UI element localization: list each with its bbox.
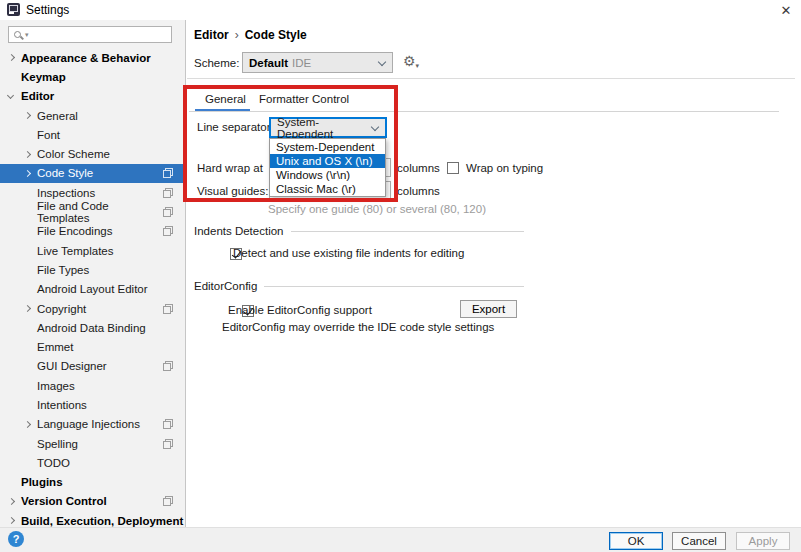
wrap-on-typing-label[interactable]: Wrap on typing [466,162,543,174]
shared-scheme-icon [163,207,173,217]
settings-sidebar: ▾ Appearance & BehaviorKeymapEditorGener… [0,20,186,527]
editorconfig-note: EditorConfig may override the IDE code s… [222,321,494,333]
sidebar-item-file-and-code-templates[interactable]: File and Code Templates [0,202,185,221]
sidebar-item-todo[interactable]: TODO [0,453,185,472]
chevron-right-icon[interactable] [8,517,15,524]
sidebar-item-images[interactable]: Images [0,376,185,395]
tabs-separator [189,111,779,112]
sidebar-item-label: File Types [37,264,89,276]
close-icon[interactable]: ✕ [777,2,795,19]
dropdown-option-classic-mac-r[interactable]: Classic Mac (\r) [270,182,385,196]
dropdown-option-windows-r-n[interactable]: Windows (\r\n) [270,168,385,182]
dropdown-option-unix-and-os-x-n[interactable]: Unix and OS X (\n) [270,154,385,168]
chevron-slot [8,55,21,60]
sidebar-item-live-templates[interactable]: Live Templates [0,241,185,260]
help-icon[interactable]: ? [8,531,24,547]
breadcrumb-code-style: Code Style [245,28,307,42]
sidebar-item-emmet[interactable]: Emmet [0,337,185,356]
chevron-slot [24,306,37,311]
sidebar-item-label: Code Style [37,167,93,179]
shared-scheme-icon [163,361,173,371]
sidebar-item-editor[interactable]: Editor [0,87,185,106]
chevron-right-icon[interactable] [24,421,31,428]
sidebar-item-file-types[interactable]: File Types [0,260,185,279]
ok-button[interactable]: OK [609,532,663,550]
export-button[interactable]: Export [460,300,517,318]
window-title: Settings [26,3,69,17]
indents-detection-header: Indents Detection [194,225,284,237]
line-separator-value: System-Dependent [277,116,372,140]
cancel-button[interactable]: Cancel [672,532,726,550]
sidebar-item-label: Appearance & Behavior [21,52,151,64]
chevron-right-icon[interactable] [8,54,15,61]
chevron-right-icon[interactable] [8,498,15,505]
sidebar-item-code-style[interactable]: Code Style [0,164,185,183]
sidebar-item-intentions[interactable]: Intentions [0,395,185,414]
detect-indents-label[interactable]: Detect and use existing file indents for… [233,247,464,259]
settings-tree: Appearance & BehaviorKeymapEditorGeneral… [0,48,185,530]
sidebar-item-copyright[interactable]: Copyright [0,299,185,318]
section-rule [264,286,524,287]
chevron-down-icon [378,57,386,65]
scheme-select[interactable]: Default IDE [242,52,393,73]
sidebar-item-color-scheme[interactable]: Color Scheme [0,144,185,163]
search-dropdown-caret-icon[interactable]: ▾ [25,31,29,38]
sidebar-item-label: Plugins [21,476,63,488]
section-rule [291,231,524,232]
visual-guides-columns-label: columns [397,185,440,197]
sidebar-item-general[interactable]: General [0,106,185,125]
line-separator-label: Line separator: [197,121,274,133]
dropdown-option-system-dependent[interactable]: System-Dependent [270,140,385,154]
sidebar-item-font[interactable]: Font [0,125,185,144]
sidebar-item-file-encodings[interactable]: File Encodings [0,222,185,241]
sidebar-item-label: Inspections [37,187,95,199]
settings-window: Settings ✕ ▾ Appearance & BehaviorKeymap… [0,0,801,552]
app-logo-icon [7,3,20,16]
sidebar-item-label: Editor [21,90,54,102]
sidebar-item-gui-designer[interactable]: GUI Designer [0,357,185,376]
sidebar-item-keymap[interactable]: Keymap [0,67,185,86]
visual-guides-label: Visual guides: [197,185,268,197]
sidebar-item-label: Font [37,129,60,141]
code-style-panel: Editor›Code Style Scheme: Default IDE ⚙▾… [187,20,801,527]
chevron-down-icon [371,122,379,130]
scheme-value: Default [249,57,288,69]
enable-editorconfig-label[interactable]: Enable EditorConfig support [228,304,372,316]
sidebar-item-version-control[interactable]: Version Control [0,492,185,511]
dialog-footer: ? OK Cancel Apply [0,527,801,552]
search-input[interactable]: ▾ [8,26,172,43]
sidebar-item-label: Android Layout Editor [37,283,148,295]
sidebar-item-label: Language Injections [37,418,140,430]
sidebar-item-spelling[interactable]: Spelling [0,434,185,453]
sidebar-item-android-layout-editor[interactable]: Android Layout Editor [0,280,185,299]
chevron-right-icon[interactable] [24,170,31,177]
chevron-right-icon[interactable] [24,151,31,158]
sidebar-item-label: Emmet [37,341,73,353]
sidebar-item-label: Live Templates [37,245,114,257]
chevron-right-icon[interactable] [24,112,31,119]
scheme-label: Scheme: [194,57,239,69]
sidebar-item-label: Copyright [37,303,86,315]
chevron-down-icon[interactable] [7,92,14,99]
chevron-slot [8,93,21,100]
sidebar-item-label: Build, Execution, Deployment [21,515,183,527]
line-separator-dropdown-list: System-DependentUnix and OS X (\n)Window… [269,138,386,197]
scheme-value-suffix: IDE [292,57,311,69]
gear-icon[interactable]: ⚙▾ [403,53,419,74]
wrap-on-typing-checkbox[interactable] [447,162,459,174]
sidebar-item-label: GUI Designer [37,360,107,372]
chevron-slot [24,113,37,118]
sidebar-item-language-injections[interactable]: Language Injections [0,415,185,434]
breadcrumb-editor[interactable]: Editor [194,28,229,42]
line-separator-select[interactable]: System-Dependent [269,117,387,138]
chevron-right-icon[interactable] [24,305,31,312]
shared-scheme-icon [163,168,173,178]
apply-button[interactable]: Apply [736,532,790,550]
sidebar-item-android-data-binding[interactable]: Android Data Binding [0,318,185,337]
sidebar-item-plugins[interactable]: Plugins [0,473,185,492]
visual-guides-hint: Specify one guide (80) or several (80, 1… [268,203,486,215]
tab-general[interactable]: General [205,93,246,105]
indents-detection-section: Indents Detection [194,225,524,237]
tab-formatter-control[interactable]: Formatter Control [259,93,349,105]
sidebar-item-appearance-behavior[interactable]: Appearance & Behavior [0,48,185,67]
